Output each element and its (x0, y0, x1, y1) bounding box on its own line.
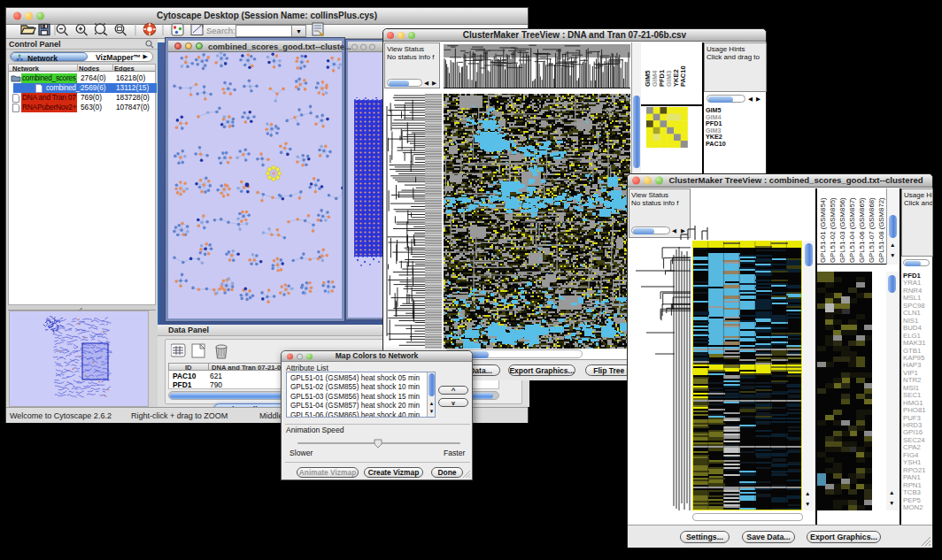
svg-text:GPL51-06 (GSM865): GPL51-06 (GSM865) (858, 197, 866, 263)
svg-text:GPL51-07 (GSM868): GPL51-07 (GSM868) (868, 197, 876, 263)
svg-text:GPL51-02 (GSM855): GPL51-02 (GSM855) (829, 197, 837, 263)
svg-text:GPL51-01 (GSM854): GPL51-01 (GSM854) (819, 197, 827, 263)
svg-text:GPL51-03 (GSM856): GPL51-03 (GSM856) (838, 197, 846, 263)
svg-text:GPL51-08 (GSM872): GPL51-08 (GSM872) (877, 197, 885, 263)
svg-text:PAC10: PAC10 (679, 65, 687, 87)
svg-text:GPL51-04 (GSM857): GPL51-04 (GSM857) (848, 197, 856, 263)
